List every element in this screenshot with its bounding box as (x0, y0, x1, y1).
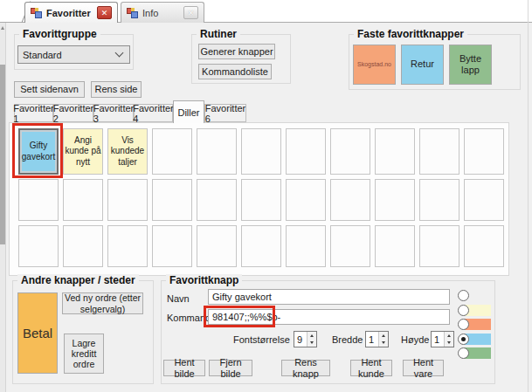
retur-button[interactable]: Retur (401, 45, 444, 85)
tab-favoritter-6[interactable]: Favoritter 6 (204, 104, 246, 122)
empty-grid-cell[interactable] (464, 128, 504, 175)
empty-grid-cell[interactable] (152, 225, 192, 267)
form-icon (31, 8, 42, 18)
group-favorittgruppe-title: Favorittgruppe (19, 28, 100, 40)
empty-grid-cell[interactable] (241, 225, 281, 267)
spin-down-icon[interactable] (445, 340, 453, 347)
empty-grid-cell[interactable] (241, 179, 281, 221)
favorite-grid-button[interactable]: Gifty gavekort (18, 128, 59, 175)
color-radio-none[interactable] (458, 290, 469, 301)
empty-grid-cell[interactable] (152, 179, 192, 221)
color-radio-green[interactable] (458, 347, 469, 359)
color-radio-yellow[interactable] (458, 305, 469, 316)
hent-bilde-button[interactable]: Hent bilde (163, 360, 205, 376)
fontstorrelse-label: Fontstørrelse (233, 334, 290, 345)
empty-grid-cell[interactable] (464, 179, 504, 221)
empty-grid-cell[interactable] (63, 225, 103, 267)
empty-grid-cell[interactable] (330, 128, 370, 175)
spin-up-icon[interactable] (379, 332, 388, 340)
group-faste-title: Faste favorittknapper (354, 28, 467, 40)
empty-grid-cell[interactable] (375, 128, 415, 175)
spin-up-icon[interactable] (445, 332, 453, 340)
fontstorrelse-value: 9 (294, 332, 307, 347)
favorittgruppe-selected-value: Standard (23, 50, 62, 60)
vertical-scrollbar[interactable] (0, 23, 6, 392)
empty-grid-cell[interactable] (286, 225, 326, 267)
favorittgruppe-select[interactable]: Standard (17, 45, 130, 64)
rens-side-button[interactable]: Rens side (91, 81, 142, 98)
tab-info-label: Info (142, 8, 158, 18)
group-favorittknapp-title: Favorittknapp (166, 274, 242, 286)
empty-grid-cell[interactable] (152, 128, 192, 175)
tab-favoritter-2[interactable]: Favoritter 2 (53, 104, 93, 122)
hent-kunde-button[interactable]: Hent kunde (350, 360, 392, 376)
empty-grid-cell[interactable] (197, 128, 237, 175)
bredde-label: Bredde (332, 334, 363, 345)
rens-knapp-button[interactable]: Rens knapp (281, 360, 330, 376)
empty-grid-cell[interactable] (63, 179, 103, 221)
betal-button[interactable]: Betal (17, 292, 58, 374)
hent-vare-button[interactable]: Hent vare (403, 360, 444, 376)
group-andre-title: Andre knapper / steder (17, 274, 139, 286)
sett-sidenavn-button[interactable]: Sett sidenavn (14, 81, 85, 98)
kommando-input[interactable]: 981407;;%%$b- (208, 309, 450, 325)
empty-grid-cell[interactable] (241, 128, 281, 175)
empty-grid-cell[interactable] (419, 225, 459, 267)
close-tab-icon[interactable]: ✕ (97, 6, 112, 19)
empty-grid-cell[interactable] (286, 128, 326, 175)
empty-grid-cell[interactable] (18, 179, 59, 221)
tab-favoritter-1[interactable]: Favoritter 1 (14, 104, 53, 122)
spin-down-icon[interactable] (307, 340, 316, 347)
tab-favoritter-label: Favoritter (46, 8, 91, 18)
empty-grid-cell[interactable] (330, 179, 370, 221)
empty-grid-cell[interactable] (197, 225, 237, 267)
color-radio-blue[interactable] (458, 334, 469, 345)
spin-down-icon[interactable] (379, 340, 388, 347)
tab-favoritter-3[interactable]: Favoritter 3 (93, 104, 134, 122)
empty-grid-cell[interactable] (107, 179, 148, 221)
lagre-kreditt-ordre-button[interactable]: Lagre kreditt ordre (64, 334, 104, 374)
navn-input[interactable]: Gifty gavekort (208, 289, 450, 305)
ved-ny-ordre-button[interactable]: Ved ny ordre (etter selgervalg) (62, 292, 143, 314)
empty-grid-cell[interactable] (107, 225, 148, 267)
fjern-bilde-button[interactable]: Fjern bilde (209, 360, 252, 376)
bytte-lapp-button[interactable]: Bytte lapp (449, 45, 492, 85)
empty-grid-cell[interactable] (464, 225, 504, 267)
empty-grid-cell[interactable] (419, 128, 459, 175)
tab-info[interactable]: Info ✕ (121, 2, 204, 23)
scrollbar-thumb[interactable] (0, 65, 5, 244)
empty-grid-cell[interactable] (18, 225, 59, 267)
hoyde-label: Høyde (401, 334, 429, 345)
favorite-grid-button[interactable]: Angi kunde på nytt (63, 128, 103, 175)
kommandoliste-button[interactable]: Kommandoliste (198, 64, 272, 79)
empty-grid-cell[interactable] (419, 179, 459, 221)
tab-diller[interactable]: Diller (173, 100, 204, 123)
favoritter-grid-page: Gifty gavekortAngi kunde på nyttVis kund… (9, 122, 509, 276)
generer-knapper-button[interactable]: Generer knapper (198, 44, 275, 59)
empty-grid-cell[interactable] (375, 179, 415, 221)
favorite-grid-button[interactable]: Vis kundede taljer (107, 128, 148, 175)
empty-grid-cell[interactable] (197, 179, 237, 221)
color-radio-orange[interactable] (458, 319, 469, 330)
fontstorrelse-stepper[interactable]: 9 (294, 331, 317, 347)
hoyde-stepper[interactable]: 1 (431, 331, 454, 347)
spin-up-icon[interactable] (307, 332, 316, 340)
favoritter-window: Favoritter ✕ Info ✕ Favorittgruppe Stand… (0, 0, 532, 392)
tab-favoritter-4[interactable]: Favoritter 4 (134, 104, 173, 122)
form-icon (127, 8, 138, 18)
tab-favoritter[interactable]: Favoritter ✕ (24, 2, 118, 23)
close-tab-icon[interactable]: ✕ (183, 6, 198, 19)
bredde-value: 1 (366, 332, 378, 347)
group-rutiner-title: Rutiner (197, 28, 240, 40)
navn-label: Navn (167, 293, 190, 304)
window-right-edge (528, 0, 529, 392)
skogstad-button[interactable]: Skogstad.no (353, 45, 396, 85)
empty-grid-cell[interactable] (330, 225, 370, 267)
chevron-down-icon (115, 49, 124, 58)
hoyde-value: 1 (432, 332, 444, 347)
scroll-up-icon[interactable] (1, 26, 4, 30)
bredde-stepper[interactable]: 1 (365, 331, 389, 347)
empty-grid-cell[interactable] (375, 225, 415, 267)
empty-grid-cell[interactable] (286, 179, 326, 221)
